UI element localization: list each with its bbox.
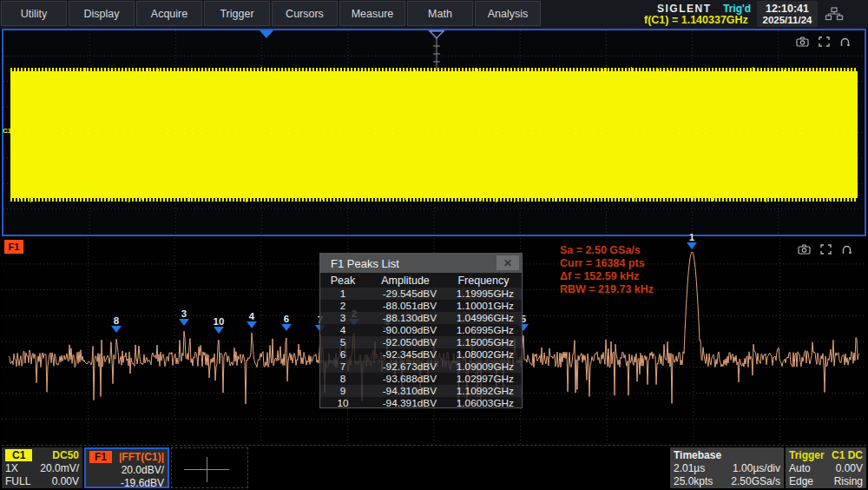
empty-channel-slot[interactable]: [171, 447, 248, 488]
noise-tick: [465, 198, 466, 200]
noise-tick: [260, 198, 261, 199]
menu-math[interactable]: Math: [407, 1, 473, 26]
peak-marker-8: 8: [107, 315, 126, 333]
camera-icon[interactable]: [796, 35, 809, 50]
noise-tick: [476, 198, 477, 202]
trigger-delay-marker[interactable]: [430, 31, 444, 38]
cell: 9: [320, 385, 365, 397]
network-icon[interactable]: [825, 7, 844, 24]
peak-marker-triangle-icon: [281, 324, 292, 331]
peaks-table-row: 1-29.545dBV1.19995GHz: [320, 288, 522, 300]
frequency-counter: f(C1) = 1.140337GHz: [644, 14, 748, 26]
menu-measure[interactable]: Measure: [339, 1, 405, 26]
cell: 2: [320, 300, 365, 312]
column-header: Peak: [320, 275, 365, 287]
c1-probe: 1X: [5, 462, 18, 474]
gesture-icon[interactable]: [839, 35, 851, 50]
noise-tick: [496, 198, 496, 202]
peak-marker-number: 4: [242, 311, 261, 321]
cell: 1.19995GHz: [445, 288, 522, 300]
noise-tick: [829, 198, 830, 201]
clock-time: 12:10:41: [766, 3, 809, 15]
dialog-titlebar[interactable]: F1 Peaks List ✕: [320, 254, 522, 273]
noise-tick: [487, 198, 488, 200]
noise-tick: [109, 198, 110, 201]
noise-tick: [544, 198, 545, 199]
f1-grid-badge: F1: [4, 240, 23, 254]
noise-tick: [713, 198, 714, 201]
cell: 1.09009GHz: [445, 361, 522, 373]
trigger-level: 0.00V: [836, 462, 863, 474]
cell: 1.10992GHz: [445, 385, 522, 397]
noise-tick: [515, 198, 516, 202]
trigger-status: Trig'd: [723, 3, 751, 15]
cell: 1.10001GHz: [445, 300, 522, 312]
cell: -88.130dBV: [365, 312, 445, 324]
timebase-scale: 1.00µs/div: [733, 462, 780, 474]
cell: -94.391dBV: [365, 397, 445, 409]
timebase-descriptor[interactable]: Timebase 2.01µs1.00µs/div 25.0kpts2.50GS…: [670, 447, 784, 488]
peak-marker-triangle-icon: [247, 321, 257, 328]
cell: 5: [320, 336, 365, 348]
peaks-table-row: 7-92.673dBV1.09009GHz: [320, 361, 522, 373]
column-header: Amplitude: [365, 275, 445, 287]
peaks-table-row: 10-94.391dBV1.06003GHz: [320, 397, 522, 409]
peak-marker-6: 6: [277, 314, 296, 331]
rbw-readout: RBW = 219.73 kHz: [560, 283, 654, 296]
peaks-table-row: 4-90.009dBV1.06995GHz: [320, 324, 522, 336]
peak-marker-number: 10: [209, 316, 228, 327]
close-icon[interactable]: ✕: [496, 255, 519, 270]
peaks-table-row: 8-93.688dBV1.02997GHz: [320, 373, 522, 385]
f1-scale: 20.0dBV/: [122, 464, 164, 476]
gesture-icon[interactable]: [841, 242, 852, 258]
menu-acquire[interactable]: Acquire: [136, 1, 202, 26]
trigger-descriptor[interactable]: TriggerC1 DC Auto0.00V EdgeRising: [786, 447, 866, 488]
menu-utility[interactable]: Utility: [1, 1, 67, 26]
peak-marker-3: 3: [174, 308, 194, 326]
noise-tick: [527, 198, 528, 202]
delta-f-readout: Δf = 152.59 kHz: [560, 270, 654, 283]
cell: -94.310dBV: [365, 385, 445, 397]
dialog-title: F1 Peaks List: [331, 257, 399, 270]
peaks-table-row: 2-88.051dBV1.10001GHz: [320, 300, 522, 312]
timebase-title: Timebase: [674, 449, 721, 461]
noise-tick: [681, 198, 682, 202]
cell: 8: [320, 373, 365, 385]
cell: 1.08002GHz: [445, 348, 522, 361]
timebase-rate: 2.50GSa/s: [731, 475, 780, 487]
noise-tick: [555, 198, 556, 202]
noise-tick: [375, 198, 376, 200]
trigger-position-marker[interactable]: [260, 30, 273, 38]
menu-cursors[interactable]: Cursors: [272, 1, 338, 26]
peaks-table-row: 6-92.345dBV1.08002GHz: [320, 348, 522, 361]
math-f1-descriptor[interactable]: F1|FFT(C1)| 20.0dBV/ -19.6dBV: [84, 447, 169, 488]
cell: 6: [320, 348, 365, 361]
peaks-table-row: 5-92.050dBV1.15005GHz: [320, 336, 522, 348]
c1-level-label: C1: [3, 127, 11, 135]
c1-level-marker[interactable]: C1▶: [3, 127, 16, 135]
noise-tick: [590, 198, 591, 202]
noise-tick: [634, 198, 635, 202]
cell: 10: [320, 397, 365, 409]
trigger-slope: Rising: [834, 475, 863, 487]
noise-tick: [656, 198, 657, 199]
expand-icon[interactable]: [819, 35, 830, 50]
camera-icon[interactable]: [798, 242, 811, 258]
menu-trigger[interactable]: Trigger: [204, 1, 270, 26]
waveform-grid-c1[interactable]: [2, 29, 866, 236]
cell: 4: [320, 324, 365, 336]
menu-analysis[interactable]: Analysis: [475, 1, 541, 26]
noise-tick: [448, 198, 449, 200]
noise-tick: [230, 198, 231, 199]
menu-display[interactable]: Display: [69, 1, 135, 26]
peaks-table-row: 9-94.310dBV1.10992GHz: [320, 385, 522, 397]
noise-tick: [424, 198, 425, 200]
trigger-mode: Auto: [789, 462, 811, 474]
channel-c1-descriptor[interactable]: C1DC50 1X20.0mV/ FULL0.00V: [2, 447, 82, 488]
expand-icon[interactable]: [820, 242, 832, 258]
peak-marker-triangle-icon: [687, 242, 697, 249]
c1-coupling: DC50: [52, 449, 79, 461]
noise-tick: [189, 198, 190, 202]
noise-tick: [826, 198, 827, 200]
cell: 7: [320, 361, 365, 373]
